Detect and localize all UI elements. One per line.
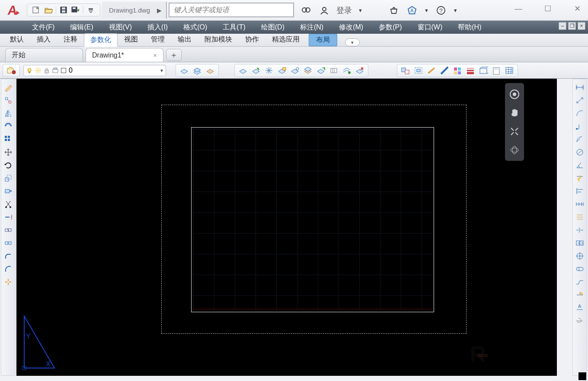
tab-featured[interactable]: 精选应用 (265, 33, 306, 46)
menu-dimension[interactable]: 标注(N) (297, 22, 326, 33)
stretch-icon[interactable] (3, 186, 14, 197)
dim-space-icon[interactable] (574, 211, 585, 223)
menu-file[interactable]: 文件(F) (29, 22, 57, 33)
dim-radius-icon[interactable] (574, 134, 585, 145)
layer-lock-icon[interactable] (276, 65, 288, 76)
dim-break-icon[interactable] (574, 224, 585, 236)
dim-aligned-icon[interactable] (574, 95, 585, 106)
dim-diameter-icon[interactable] (574, 147, 585, 158)
move-icon[interactable] (3, 147, 14, 158)
layer-match-icon[interactable] (302, 65, 313, 76)
dim-continue-icon[interactable] (574, 199, 585, 210)
tab-addins[interactable]: 附加模块 (198, 33, 239, 46)
inspect-icon[interactable] (574, 263, 585, 275)
doctab-drawing1[interactable]: Drawing1* × (86, 48, 163, 62)
tab-output[interactable]: 输出 (171, 33, 198, 46)
layer-unlock-icon[interactable] (289, 65, 300, 76)
layer-off-icon[interactable] (237, 65, 249, 76)
tab-layout[interactable]: 布局 (309, 34, 337, 46)
tab-view[interactable]: 视图 (118, 33, 144, 46)
nav-wheel-icon[interactable] (508, 88, 521, 100)
tolerance-icon[interactable]: ⌖1 (574, 237, 585, 249)
layer-walk-icon[interactable] (328, 65, 339, 76)
doctab-start[interactable]: 开始 (5, 48, 83, 62)
app-logo[interactable]: A (0, 0, 25, 20)
tab-collaborate[interactable]: 协作 (239, 33, 265, 46)
explode-icon[interactable] (3, 276, 14, 288)
erase-icon[interactable] (3, 82, 14, 93)
app-exchange-icon[interactable]: A (406, 4, 418, 16)
mdi-restore-icon[interactable]: ❐ (568, 22, 576, 30)
select-similar-icon[interactable] (400, 65, 411, 76)
menu-window[interactable]: 窗口(W) (415, 22, 445, 33)
menu-parametric[interactable]: 参数(P) (376, 22, 404, 33)
layer-merge-icon[interactable] (341, 65, 352, 76)
mdi-minimize-icon[interactable]: – (559, 22, 566, 30)
pan-icon[interactable] (508, 106, 521, 119)
tab-default[interactable]: 默认 (3, 33, 30, 46)
basket-icon[interactable] (388, 4, 400, 16)
menu-modify[interactable]: 修改(M) (336, 22, 366, 33)
layer-make-current-icon[interactable] (315, 65, 326, 76)
offset-icon[interactable] (3, 121, 14, 132)
exchange-dropdown-icon[interactable]: ▼ (424, 8, 429, 13)
center-mark-icon[interactable] (574, 250, 585, 262)
saveas-icon[interactable] (71, 5, 80, 15)
close-button[interactable]: ✕ (569, 2, 585, 16)
tab-manage[interactable]: 管理 (144, 33, 171, 46)
jog-icon[interactable] (574, 276, 585, 288)
wireframe-icon[interactable] (478, 65, 489, 76)
lineweight-icon[interactable] (465, 65, 476, 76)
array-icon[interactable] (3, 134, 14, 145)
layer-isolate-icon[interactable] (205, 65, 216, 76)
open-file-icon[interactable] (44, 5, 53, 15)
dim-update-icon[interactable] (574, 315, 585, 327)
scale-icon[interactable] (3, 173, 14, 184)
menu-view[interactable]: 视图(V) (106, 22, 134, 33)
group-icon[interactable] (413, 65, 424, 76)
layer-previous-icon[interactable] (192, 65, 203, 76)
sheet-icon[interactable] (491, 65, 502, 76)
extend-icon[interactable] (3, 211, 14, 223)
dim-baseline-icon[interactable] (574, 186, 585, 197)
tab-annotate[interactable]: 注释 (57, 33, 84, 46)
trim-icon[interactable] (3, 199, 14, 210)
layer-freeze-icon[interactable] (263, 65, 275, 76)
dim-quick-icon[interactable] (574, 173, 585, 184)
dim-arc-icon[interactable] (574, 108, 585, 119)
help-dropdown-icon[interactable]: ▼ (453, 8, 458, 13)
minimize-button[interactable]: — (510, 2, 527, 16)
break-icon[interactable] (3, 224, 14, 236)
new-file-icon[interactable] (32, 5, 41, 15)
orbit-icon[interactable] (508, 144, 521, 156)
dim-ordinate-icon[interactable] (574, 121, 585, 132)
rotate-icon[interactable] (3, 160, 14, 171)
menu-help[interactable]: 帮助(H) (455, 22, 484, 33)
doctab-close-icon[interactable]: × (153, 51, 157, 59)
dim-linear-icon[interactable] (574, 82, 585, 93)
paper-viewport[interactable] (191, 127, 434, 312)
menu-format[interactable]: 格式(O) (181, 22, 210, 33)
document-switch-icon[interactable]: ▶ (155, 7, 163, 14)
table-icon[interactable] (504, 65, 515, 76)
menu-edit[interactable]: 编辑(E) (67, 22, 96, 33)
dim-edit-icon[interactable] (574, 289, 585, 301)
search-icon[interactable] (300, 4, 312, 16)
qat-more-icon[interactable] (86, 5, 96, 15)
color-mix-icon[interactable] (452, 65, 463, 76)
mdi-close-icon[interactable]: × (578, 22, 585, 30)
layer-on-icon[interactable] (250, 65, 262, 76)
copy-icon[interactable] (3, 95, 14, 106)
search-input[interactable] (169, 3, 294, 17)
mirror-icon[interactable] (3, 108, 14, 119)
layer-states-icon[interactable] (179, 65, 190, 76)
zoom-extents-icon[interactable] (508, 125, 521, 138)
layer-properties-icon[interactable] (6, 65, 17, 76)
color-blue-icon[interactable] (439, 65, 450, 76)
chamfer-icon[interactable] (3, 250, 14, 262)
dim-angular-icon[interactable] (574, 160, 585, 171)
fillet-icon[interactable] (3, 263, 14, 275)
tab-parametric[interactable]: 参数化 (84, 33, 118, 47)
help-icon[interactable]: ? (435, 4, 447, 16)
account-icon[interactable] (318, 4, 330, 16)
